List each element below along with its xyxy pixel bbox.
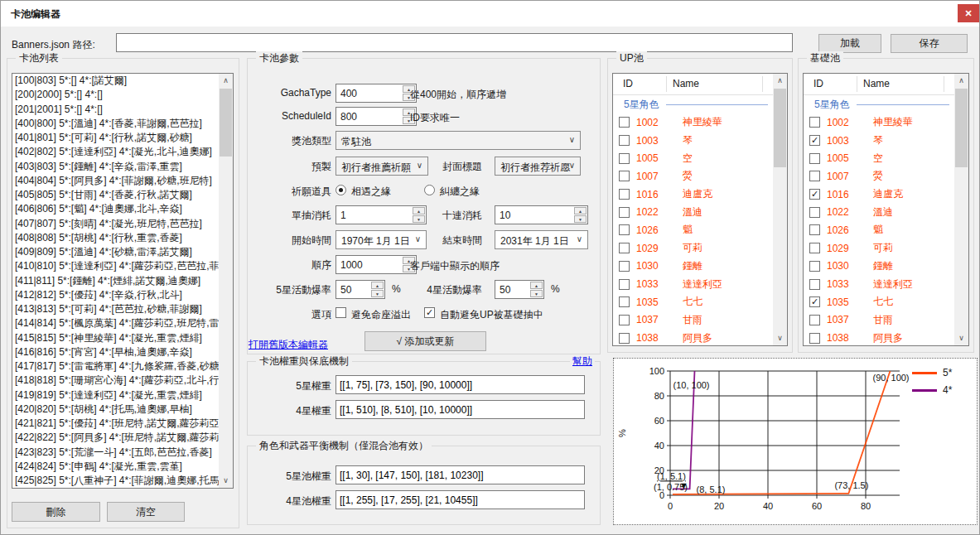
- character-row[interactable]: 1002神里綾華: [613, 113, 773, 132]
- character-row[interactable]: 1033達達利亞: [613, 275, 773, 293]
- character-row[interactable]: 1037甘雨: [804, 311, 954, 330]
- spin-down-icon[interactable]: ▼: [574, 215, 587, 223]
- scroll-down-icon[interactable]: ∨: [773, 331, 787, 345]
- scroll-down-icon[interactable]: ∨: [219, 474, 233, 488]
- banner-list-item[interactable]: [418|818] 5*:[珊瑚宮心海] 4*:[蘿莎莉亞,北斗,行秋]: [12, 374, 219, 388]
- weight4-input[interactable]: [336, 400, 585, 419]
- save-button[interactable]: 保存: [891, 34, 968, 53]
- scroll-thumb[interactable]: [955, 89, 968, 167]
- column-name[interactable]: Name: [863, 78, 890, 89]
- character-row[interactable]: ✓1016迪盧克: [804, 186, 954, 204]
- base-pool-listview[interactable]: ID Name 5星角色 1002神里綾華✓1003琴1005空1007熒✓10…: [803, 73, 969, 346]
- pool-listbox[interactable]: [100|803] 5*:[] 4*:[諾艾爾][200|2000] 5*:[]…: [12, 73, 234, 489]
- character-checkbox[interactable]: [809, 261, 820, 272]
- cover-dropdown[interactable]: 初行者推荐祈愿 ∨: [495, 157, 581, 176]
- scroll-up-icon[interactable]: ∧: [219, 74, 233, 88]
- character-checkbox[interactable]: [809, 153, 820, 164]
- pool-weight5-input[interactable]: [336, 465, 585, 484]
- banner-list-item[interactable]: [410|810] 5*:[達達利亞] 4*:[蘿莎莉亞,芭芭拉,菲謝爾]: [12, 259, 219, 273]
- character-row[interactable]: 1029可莉: [613, 239, 773, 258]
- banner-list-item[interactable]: [401|801] 5*:[可莉] 4*:[行秋,諾艾爾,砂糖]: [12, 131, 219, 145]
- character-checkbox[interactable]: [809, 243, 820, 253]
- banner-list-item[interactable]: [411|811] 5*:[鍾離] 4*:[煙緋,諾艾爾,迪奧娜]: [12, 274, 219, 288]
- character-checkbox[interactable]: [809, 117, 820, 128]
- spin-up-icon[interactable]: ▲: [530, 282, 543, 289]
- character-row[interactable]: 1030鍾離: [804, 258, 954, 276]
- column-id[interactable]: ID: [813, 78, 823, 89]
- banner-list-item[interactable]: [423|823] 5*:[荒瀧一斗] 4*:[五郎,芭芭拉,香菱]: [12, 446, 219, 460]
- banner-list-item[interactable]: [402|802] 5*:[達達利亞] 4*:[凝光,北斗,迪奧娜]: [12, 145, 219, 159]
- scheduleid-stepper[interactable]: 800 ▲▼: [336, 107, 417, 126]
- banner-list-item[interactable]: [413|813] 5*:[可莉] 4*:[芭芭拉,砂糖,菲謝爾]: [12, 302, 219, 316]
- ten-cost-stepper[interactable]: 10 ▲▼: [495, 205, 588, 224]
- clear-button[interactable]: 清空: [107, 502, 185, 522]
- banner-list-item[interactable]: [421|821] 5*:[優菈] 4*:[班尼特,諾艾爾,蘿莎莉亞]: [12, 417, 219, 431]
- character-row[interactable]: 1005空: [804, 149, 954, 167]
- character-checkbox[interactable]: [809, 279, 820, 290]
- character-row[interactable]: 1038阿貝多: [613, 329, 773, 345]
- banner-list-item[interactable]: [419|819] 5*:[達達利亞] 4*:[凝光,重雲,煙緋]: [12, 388, 219, 402]
- banner-list-item[interactable]: [200|2000] 5*:[] 4*:[]: [12, 88, 219, 102]
- character-row[interactable]: 1026魈: [613, 221, 773, 239]
- spin-up-icon[interactable]: ▲: [574, 207, 587, 214]
- banner-list-item[interactable]: [415|815] 5*:[神里綾華] 4*:[凝光,重雲,煙緋]: [12, 331, 219, 345]
- banner-list-item[interactable]: [414|814] 5*:[楓原萬葉] 4*:[蘿莎莉亞,班尼特,雷澤]: [12, 316, 219, 330]
- close-button[interactable]: ✕: [958, 4, 979, 22]
- pool-list-scrollbar[interactable]: ∧ ∨: [219, 74, 233, 488]
- banner-list-item[interactable]: [408|808] 5*:[胡桃] 4*:[行秋,重雲,香菱]: [12, 231, 219, 245]
- character-checkbox[interactable]: [619, 153, 630, 164]
- rate4-stepper[interactable]: 50 ▲▼: [495, 280, 544, 299]
- banner-list-item[interactable]: [409|809] 5*:[溫迪] 4*:[砂糖,雷澤,諾艾爾]: [12, 245, 219, 259]
- character-row[interactable]: 1003琴: [613, 132, 773, 150]
- column-name[interactable]: Name: [673, 78, 699, 89]
- pool-weight4-input[interactable]: [336, 490, 585, 509]
- banner-list-item[interactable]: [404|804] 5*:[阿貝多] 4*:[菲謝爾,砂糖,班尼特]: [12, 174, 219, 188]
- spin-down-icon[interactable]: ▼: [371, 290, 384, 297]
- banner-list-item[interactable]: [400|800] 5*:[溫迪] 4*:[香菱,菲謝爾,芭芭拉]: [12, 117, 219, 131]
- character-row[interactable]: 1033達達利亞: [804, 275, 954, 293]
- character-checkbox[interactable]: [619, 333, 630, 344]
- order-stepper[interactable]: 1000 ▲▼: [336, 255, 417, 274]
- character-checkbox[interactable]: [809, 333, 820, 344]
- banner-list-item[interactable]: [417|817] 5*:[雷電將軍] 4*:[九條裟羅,香菱,砂糖]: [12, 359, 219, 374]
- character-row[interactable]: 1002神里綾華: [804, 113, 954, 132]
- character-checkbox[interactable]: [619, 224, 630, 235]
- character-checkbox[interactable]: ✓: [809, 189, 820, 200]
- delete-button[interactable]: 刪除: [12, 502, 100, 522]
- character-checkbox[interactable]: [619, 135, 630, 146]
- weight5-input[interactable]: [336, 375, 585, 394]
- character-checkbox[interactable]: ✓: [809, 296, 820, 307]
- scroll-thumb[interactable]: [220, 89, 232, 157]
- character-row[interactable]: 1037甘雨: [613, 311, 773, 330]
- character-row[interactable]: 1016迪盧克: [613, 186, 773, 204]
- load-button[interactable]: 加載: [818, 34, 881, 53]
- up-pool-listview[interactable]: ID Name 5星角色 1002神里綾華1003琴1005空1007熒1016…: [612, 73, 788, 346]
- character-row[interactable]: 1022溫迪: [804, 203, 954, 221]
- scroll-down-icon[interactable]: ∨: [954, 331, 968, 345]
- avoid-constellation-checkbox[interactable]: [336, 307, 346, 318]
- banner-list-item[interactable]: [425|825] 5*:[八重神子] 4*:[菲謝爾,迪奧娜,托馬]: [12, 474, 219, 488]
- auto-avoid-up-checkbox[interactable]: ✓: [424, 307, 435, 318]
- character-checkbox[interactable]: [619, 279, 630, 290]
- scroll-up-icon[interactable]: ∧: [954, 74, 968, 88]
- character-checkbox[interactable]: [809, 207, 820, 218]
- radio-acquaint-fate[interactable]: [336, 185, 346, 195]
- banner-list-item[interactable]: [424|824] 5*:[申鶴] 4*:[凝光,重雲,雲堇]: [12, 460, 219, 474]
- banner-list-item[interactable]: [403|803] 5*:[鍾離] 4*:[辛焱,雷澤,重雲]: [12, 160, 219, 174]
- banner-list-item[interactable]: [100|803] 5*:[] 4*:[諾艾爾]: [12, 74, 219, 88]
- banner-list-item[interactable]: [420|820] 5*:[胡桃] 4*:[托馬,迪奧娜,早柚]: [12, 402, 219, 417]
- character-row[interactable]: 1007熒: [804, 167, 954, 186]
- add-update-button[interactable]: √ 添加或更新: [364, 331, 486, 351]
- banner-list-item[interactable]: [405|805] 5*:[甘雨] 4*:[香菱,行秋,諾艾爾]: [12, 188, 219, 202]
- character-checkbox[interactable]: ✓: [809, 135, 820, 146]
- banner-list-item[interactable]: [201|2001] 5*:[] 4*:[]: [12, 103, 219, 117]
- help-link[interactable]: 幫助: [570, 354, 595, 369]
- character-row[interactable]: 1038阿貝多: [804, 329, 954, 345]
- character-checkbox[interactable]: [619, 296, 630, 307]
- character-row[interactable]: ✓1003琴: [804, 132, 954, 150]
- rate5-stepper[interactable]: 50 ▲▼: [336, 280, 385, 299]
- character-row[interactable]: ✓1035七七: [804, 293, 954, 311]
- banner-list-item[interactable]: [422|822] 5*:[阿貝多] 4*:[班尼特,諾艾爾,蘿莎莉亞]: [12, 431, 219, 445]
- character-checkbox[interactable]: [619, 243, 630, 253]
- character-row[interactable]: 1022溫迪: [613, 203, 773, 221]
